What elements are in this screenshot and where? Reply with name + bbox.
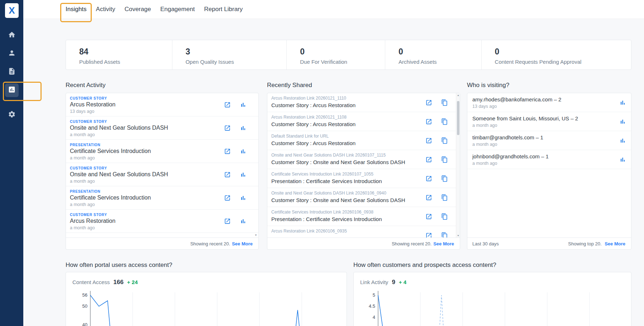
share-link-name: Onsite and Next Gear Solutions DASH Link…: [271, 153, 424, 158]
stat-label: Published Assets: [79, 59, 172, 65]
svg-text:56: 56: [82, 292, 87, 298]
scroll-down-arrow-icon[interactable]: ▼: [254, 234, 257, 237]
copy-link-icon[interactable]: [441, 118, 448, 125]
recently-shared-card: Arcus Restoration Link 20260121_1110 Cus…: [267, 93, 460, 250]
share-link-name: Certificate Services Introduction Link 2…: [271, 210, 424, 215]
visitor-analytics-icon[interactable]: [619, 99, 626, 106]
open-external-icon[interactable]: [425, 213, 432, 220]
content-access-metric: Content Access 166 + 24: [72, 279, 138, 286]
link-activity-chart-card: Link Activity 9 + 4 54.543.5: [353, 272, 631, 326]
copy-link-icon[interactable]: [441, 156, 448, 163]
sidebar-item-users[interactable]: [5, 47, 19, 61]
tab-engagement[interactable]: Engagement: [160, 6, 195, 13]
open-external-icon[interactable]: [224, 101, 231, 108]
visit-time: a month ago: [472, 142, 613, 147]
tab-activity[interactable]: Activity: [96, 6, 115, 13]
list-item: CUSTOMER STORY Arcus Restoration a month…: [66, 210, 258, 233]
scroll-up-arrow-icon[interactable]: ▲: [456, 94, 460, 96]
app-logo[interactable]: X: [5, 3, 19, 18]
open-external-icon[interactable]: [425, 194, 432, 201]
recent-activity-card: CUSTOMER STORY Arcus Restoration 13 days…: [66, 93, 259, 250]
metric-value: 9: [392, 279, 395, 286]
share-asset-title: Customer Story : Onsite and Next Gear So…: [271, 159, 424, 165]
open-external-icon[interactable]: [425, 118, 432, 125]
footer-right-group: Showing top 20. See More: [568, 241, 625, 246]
asset-analytics-icon[interactable]: [240, 171, 247, 178]
visitor-analytics-icon[interactable]: [619, 156, 626, 163]
share-link-name: Default Standard Link for URL: [271, 134, 424, 139]
open-external-icon[interactable]: [425, 232, 432, 238]
sidebar-item-settings[interactable]: [5, 108, 19, 122]
footer-text: Showing recent 20.: [392, 241, 431, 246]
sidebar-item-analytics[interactable]: [5, 83, 19, 97]
visitor-name: Someone from Saint Louis, Missouri, US –…: [472, 115, 613, 121]
open-external-icon[interactable]: [224, 171, 231, 178]
visitors-list: amy.rhodes@bankofamerica.com – 2 13 days…: [467, 93, 631, 238]
svg-text:5: 5: [373, 292, 375, 298]
list-item: PRESENTATION Certificate Services Introd…: [66, 186, 258, 210]
open-external-icon[interactable]: [425, 99, 432, 106]
see-more-link[interactable]: See More: [232, 241, 253, 246]
copy-link-icon[interactable]: [441, 99, 448, 106]
open-external-icon[interactable]: [224, 125, 231, 131]
asset-analytics-icon[interactable]: [240, 148, 247, 155]
tab-insights[interactable]: Insights: [66, 6, 87, 13]
copy-link-icon[interactable]: [441, 232, 448, 238]
open-external-icon[interactable]: [425, 175, 432, 182]
share-asset-title: Customer Story : Arcus Restoration: [271, 102, 424, 108]
list-item: timbarr@grandhotels.com – 1 a month ago: [467, 131, 631, 150]
portal-users-section-title: How often portal users access content?: [66, 262, 172, 269]
analytics-icon: [8, 86, 16, 95]
list-item: Default Standard Link for URL Customer S…: [267, 131, 460, 150]
share-link-name: Onsite and Next Gear Solutions DASH Link…: [271, 191, 424, 196]
documents-icon: [8, 67, 16, 77]
asset-analytics-icon[interactable]: [240, 125, 247, 131]
stats-summary-card: 84 Published Assets 3 Open Quality Issue…: [66, 40, 631, 70]
see-more-link[interactable]: See More: [605, 241, 625, 246]
asset-analytics-icon[interactable]: [240, 218, 247, 225]
sidebar-nav: [0, 29, 23, 126]
share-asset-title: Customer Story : Arcus Restoration: [271, 121, 424, 127]
svg-text:50: 50: [82, 303, 87, 309]
sidebar-item-home[interactable]: [5, 29, 19, 42]
open-external-icon[interactable]: [425, 156, 432, 163]
sidebar-item-content[interactable]: [5, 65, 19, 79]
scrollbar-thumb[interactable]: [457, 101, 459, 135]
copy-link-icon[interactable]: [441, 175, 448, 182]
visitors-footer: Last 30 days Showing top 20. See More: [467, 238, 631, 249]
stat-value: 3: [186, 47, 287, 57]
stat-open-quality-issues: 3 Open Quality Issues: [172, 40, 287, 69]
metric-value: 166: [113, 279, 123, 286]
open-external-icon[interactable]: [224, 195, 231, 201]
metric-delta: + 4: [399, 279, 406, 285]
list-item: amy.rhodes@bankofamerica.com – 2 13 days…: [467, 93, 631, 112]
copy-link-icon[interactable]: [441, 137, 448, 144]
copy-link-icon[interactable]: [441, 194, 448, 201]
stat-due-for-verification: 0 Due For Verification: [286, 40, 385, 69]
scroll-down-arrow-icon[interactable]: ▼: [456, 234, 460, 237]
users-icon: [8, 49, 16, 58]
open-external-icon[interactable]: [224, 218, 231, 225]
recently-shared-title: Recently Shared: [267, 82, 312, 89]
metric-delta: + 24: [127, 279, 138, 285]
open-external-icon[interactable]: [224, 148, 231, 155]
asset-analytics-icon[interactable]: [240, 195, 247, 201]
visitor-analytics-icon[interactable]: [619, 118, 626, 125]
list-item: CUSTOMER STORY Onsite and Next Gear Solu…: [66, 116, 258, 140]
tab-report-library[interactable]: Report Library: [204, 6, 243, 13]
tab-coverage[interactable]: Coverage: [124, 6, 151, 13]
open-external-icon[interactable]: [425, 137, 432, 144]
see-more-link[interactable]: See More: [433, 241, 454, 246]
share-link-name: Arcus Restoration Link 20260106_0935: [271, 229, 424, 234]
share-link-name: Arcus Restoration Link 20260121_1108: [271, 115, 424, 120]
share-asset-title: Customer Story : Onsite and Next Gear So…: [271, 197, 424, 203]
vertical-scrollbar[interactable]: ▲ ▼: [456, 93, 460, 238]
copy-link-icon[interactable]: [441, 213, 448, 220]
svg-text:4.5: 4.5: [369, 303, 375, 309]
list-item: Certificate Services Introduction Link 2…: [267, 207, 460, 226]
settings-icon: [8, 110, 16, 120]
visit-time: a month ago: [472, 123, 613, 128]
visitor-analytics-icon[interactable]: [619, 137, 626, 144]
list-item: CUSTOMER STORY Arcus Restoration 13 days…: [66, 93, 258, 116]
asset-analytics-icon[interactable]: [240, 101, 247, 108]
